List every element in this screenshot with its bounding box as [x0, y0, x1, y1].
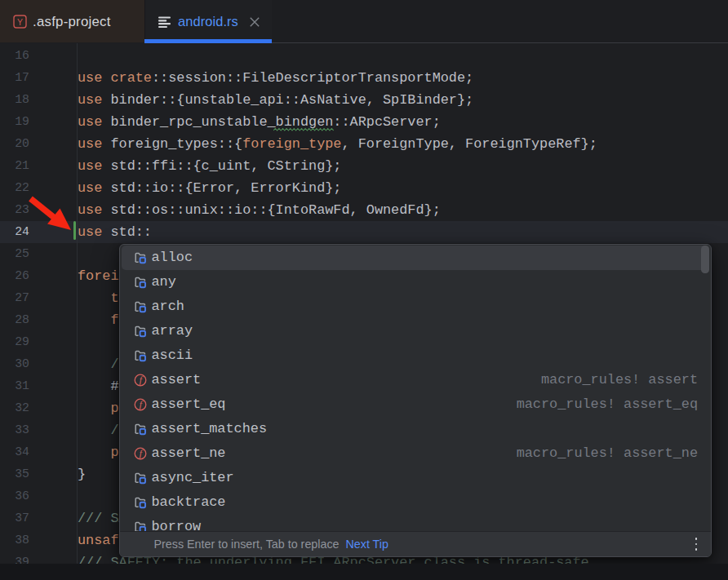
svg-text:Y: Y: [17, 17, 23, 27]
